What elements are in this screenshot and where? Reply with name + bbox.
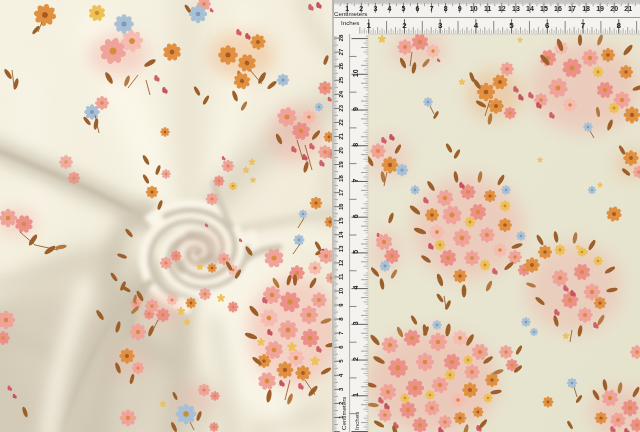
svg-text:3: 3: [438, 21, 443, 30]
svg-text:8: 8: [352, 143, 359, 147]
svg-text:Centimeters: Centimeters: [340, 397, 347, 430]
svg-text:6: 6: [545, 21, 550, 30]
svg-text:12: 12: [498, 5, 506, 12]
svg-text:Inches: Inches: [353, 412, 360, 430]
svg-text:28: 28: [338, 34, 344, 41]
svg-text:15: 15: [338, 217, 344, 224]
svg-text:17: 17: [568, 5, 576, 12]
svg-text:5: 5: [401, 5, 405, 12]
svg-text:9: 9: [352, 107, 359, 111]
svg-text:10: 10: [338, 287, 344, 294]
svg-text:17: 17: [338, 189, 344, 196]
svg-text:12: 12: [338, 259, 344, 266]
svg-text:26: 26: [338, 62, 344, 69]
svg-text:25: 25: [338, 76, 344, 83]
svg-text:5: 5: [352, 250, 359, 254]
svg-text:2: 2: [402, 21, 407, 30]
svg-text:22: 22: [338, 118, 344, 125]
svg-text:5: 5: [509, 21, 514, 30]
svg-text:6: 6: [352, 214, 359, 218]
svg-text:27: 27: [338, 48, 344, 55]
svg-text:10: 10: [470, 5, 478, 12]
svg-text:6: 6: [416, 5, 420, 12]
svg-text:2: 2: [352, 357, 359, 361]
svg-text:24: 24: [338, 90, 344, 97]
svg-text:21: 21: [338, 132, 344, 139]
svg-text:18: 18: [582, 5, 590, 12]
svg-text:4: 4: [474, 21, 479, 30]
svg-text:3: 3: [373, 5, 377, 12]
svg-text:8: 8: [444, 5, 448, 12]
svg-text:4: 4: [352, 286, 359, 290]
svg-text:11: 11: [338, 273, 344, 280]
svg-text:1: 1: [366, 21, 371, 30]
svg-text:7: 7: [430, 5, 434, 12]
svg-text:Inches: Inches: [341, 19, 359, 26]
svg-text:16: 16: [554, 5, 562, 12]
svg-text:9: 9: [458, 5, 462, 12]
svg-text:10: 10: [352, 69, 359, 77]
svg-text:3: 3: [352, 321, 359, 325]
svg-text:23: 23: [338, 104, 344, 111]
svg-text:16: 16: [338, 203, 344, 210]
svg-text:13: 13: [338, 245, 344, 252]
svg-text:15: 15: [540, 5, 548, 12]
svg-text:1: 1: [352, 393, 359, 397]
svg-text:11: 11: [484, 5, 492, 12]
svg-text:13: 13: [512, 5, 520, 12]
svg-text:14: 14: [338, 231, 344, 238]
svg-text:7: 7: [581, 21, 586, 30]
svg-text:18: 18: [338, 175, 344, 182]
svg-text:19: 19: [596, 5, 604, 12]
svg-text:14: 14: [526, 5, 534, 12]
svg-text:7: 7: [352, 178, 359, 182]
svg-text:4: 4: [387, 5, 391, 12]
svg-text:Centimeters: Centimeters: [334, 10, 367, 17]
svg-text:21: 21: [624, 5, 632, 12]
svg-text:8: 8: [617, 21, 622, 30]
svg-text:20: 20: [338, 147, 344, 154]
svg-text:20: 20: [610, 5, 618, 12]
svg-text:19: 19: [338, 161, 344, 168]
